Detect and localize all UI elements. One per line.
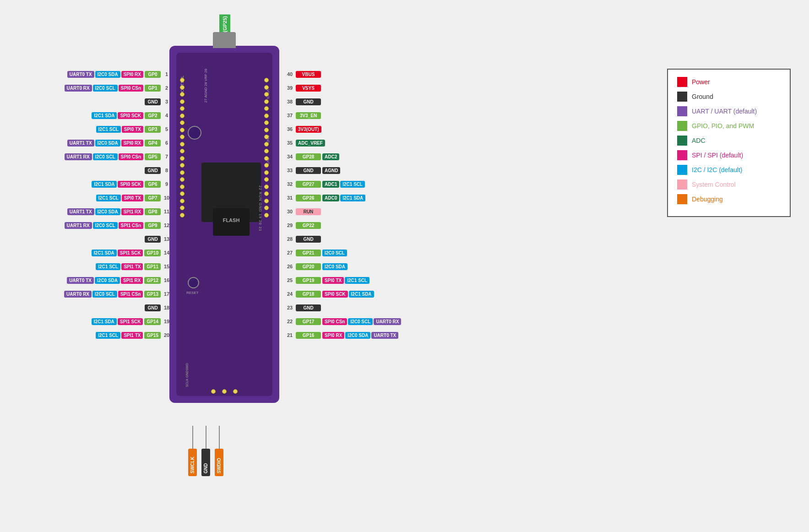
gpio-label-right-25: GP19 — [296, 277, 321, 284]
board-text-run: 22 RUN GND 19 20 21 — [258, 185, 262, 232]
pin-dots-left — [180, 78, 185, 217]
tag-uart0-rx: UART0 RX — [65, 85, 92, 92]
tag-uart1-rx: UART1 RX — [65, 153, 92, 160]
left-pin-row-20: I2C1 SCLSPI1 TXGP1520 — [9, 329, 172, 342]
gpio-label-right-35: ADC_VREF — [296, 140, 325, 147]
extra-tag2-i2c1-sda-24: I2C1 SDA — [349, 291, 374, 298]
extra-tag-adc1-32: ADC1 — [322, 181, 339, 188]
right-pins-container: 40VBUS39VSYS38GND373V3_EN363V3(OUT)35ADC… — [285, 68, 402, 342]
pin-num-right-21: 21 — [285, 332, 295, 338]
extra-tag2-i2c0-sda-26: I2C0 SDA — [322, 263, 347, 270]
pin-num-right-36: 36 — [285, 126, 295, 132]
right-pin-row-35: 35ADC_VREF — [285, 136, 402, 149]
tag-uart1-rx: UART1 RX — [65, 222, 92, 229]
left-pin-row-8: GND8 — [9, 164, 172, 177]
swdio-pin: SWDIO — [214, 426, 224, 476]
tag-i2c0-sda: I2C0 SDA — [95, 71, 120, 78]
tag-spi1-rx: SPI1 RX — [121, 208, 143, 215]
legend-color-power — [677, 77, 687, 87]
extra-tag-adc0-31: ADC0 — [322, 195, 339, 201]
legend-label-gpio: GPIO, PIO, and PWM — [692, 122, 754, 130]
pin-num-right-30: 30 — [285, 209, 295, 214]
tag-i2c1-scl: I2C1 SCL — [96, 195, 121, 201]
extra-tag2-uart0-tx-21: UART0 TX — [371, 332, 398, 339]
pin-num-right-26: 26 — [285, 264, 295, 269]
board-text-sclk: SCLK GNDSWD — [185, 363, 189, 387]
gpio-label-right-40: VBUS — [296, 71, 321, 78]
pin-num-right-35: 35 — [285, 140, 295, 146]
extra-tag2-uart0-rx-22: UART0 RX — [374, 318, 401, 325]
right-pin-row-29: 29GP22 — [285, 219, 402, 232]
legend-color-adc — [677, 136, 687, 146]
gpio-label-right-37: 3V3_EN — [296, 112, 321, 119]
tag-spi1-tx: SPI1 TX — [121, 263, 143, 270]
gpio-label-left-6: GP4 — [145, 140, 161, 147]
right-pin-row-22: 22GP17SPI0 CSnI2C0 SCLUART0 RX — [285, 315, 402, 328]
tag-spi0-sck: SPI0 SCK — [118, 112, 143, 119]
gpio-label-left-20: GP15 — [144, 332, 161, 339]
gpio-label-left-15: GP11 — [144, 263, 161, 270]
legend-item-gpio: GPIO, PIO, and PWM — [677, 121, 781, 131]
gpio-label-right-34: GP28 — [296, 153, 321, 160]
gpio-label-right-33: GND — [296, 167, 321, 174]
gpio-label-left-12: GP9 — [145, 222, 161, 229]
left-pin-row-14: I2C1 SDASPI1 SCKGP1014 — [9, 246, 172, 259]
legend-item-adc: ADC — [677, 136, 781, 146]
left-pin-row-7: UART1 RXI2C0 SCLSPI0 CSnGP57 — [9, 150, 172, 163]
reset-button[interactable] — [188, 277, 199, 288]
pin-num-right-37: 37 — [285, 113, 295, 118]
legend-color-spi — [677, 150, 687, 160]
tag-i2c1-sda: I2C1 SDA — [92, 181, 117, 188]
left-pin-row-11: UART1 TXI2C0 SDASPI1 RXGP811 — [9, 205, 172, 218]
legend-label-adc: ADC — [692, 137, 706, 144]
right-pin-row-36: 363V3(OUT) — [285, 123, 402, 136]
right-pin-row-33: 33GNDAGND — [285, 164, 402, 177]
legend-item-power: Power — [677, 77, 781, 87]
right-pin-row-39: 39VSYS — [285, 81, 402, 94]
tag-spi0-tx: SPI0 TX — [122, 126, 143, 133]
gpio-label-left-17: GP13 — [144, 291, 161, 298]
tag-spi1-sck: SPI1 SCK — [118, 250, 143, 256]
gpio-label-left-11: GP8 — [145, 208, 161, 215]
gpio-label-right-31: GP26 — [296, 195, 321, 201]
tag-i2c1-scl: I2C1 SCL — [96, 126, 121, 133]
left-pin-row-6: UART1 TXI2C0 SDASPI0 RXGP46 — [9, 136, 172, 149]
extra-tag2-i2c0-scl-22: I2C0 SCL — [348, 318, 373, 325]
gpio-label-right-27: GP21 — [296, 250, 321, 256]
left-pin-row-3: GND3 — [9, 95, 172, 108]
tag-i2c0-sda: I2C0 SDA — [95, 277, 120, 284]
tag-spi0-csn: SPI0 CSn — [119, 85, 143, 92]
tag-uart0-tx: UART0 TX — [67, 277, 94, 284]
swclk-line — [192, 426, 193, 449]
legend-label-sysctrl: System Control — [692, 181, 736, 188]
pin-num-right-34: 34 — [285, 154, 295, 159]
tag-spi1-csn: SPI1 CSn — [118, 291, 143, 298]
right-pin-row-34: 34GP28ADC2 — [285, 150, 402, 163]
extra-tag2-i2c1-scl-25: I2C1 SCL — [345, 277, 369, 284]
right-pin-row-21: 21GP16SPI0 RXI2C0 SDAUART0 TX — [285, 329, 402, 342]
gpio-label-left-19: GP14 — [144, 318, 161, 325]
extra-tag2-i2c0-sda-21: I2C0 SDA — [345, 332, 370, 339]
gpio-label-left-18: GND — [145, 304, 161, 311]
main-container: LED (GP25) BOOTSEL VSYS GND 3V3 FLASH RE… — [0, 0, 809, 532]
tag-spi1-tx: SPI1 TX — [121, 332, 143, 339]
tag-i2c1-sda: I2C1 SDA — [92, 112, 117, 119]
left-pin-row-10: I2C1 SCLSPI0 TXGP710 — [9, 191, 172, 204]
extra-tag-agnd-33: AGND — [322, 167, 340, 174]
gpio-label-right-26: GP20 — [296, 263, 321, 270]
swdio-line — [219, 426, 220, 449]
pin-num-right-23: 23 — [285, 305, 295, 310]
board-text-agnd: 27 AGND 28 VRF 28 — [204, 69, 208, 103]
tag-i2c1-scl: I2C1 SCL — [96, 263, 120, 270]
right-pin-row-23: 23GND — [285, 301, 402, 314]
gpio-label-right-28: GND — [296, 236, 321, 243]
pin-num-right-27: 27 — [285, 250, 295, 255]
right-pin-row-31: 31GP26ADC0I2C1 SDA — [285, 191, 402, 204]
bootsel-button[interactable] — [188, 126, 201, 140]
tag-i2c1-sda: I2C1 SDA — [92, 250, 117, 256]
left-pin-row-19: I2C1 SDASPI1 SCKGP1419 — [9, 315, 172, 328]
tag-spi0-sck: SPI0 SCK — [118, 181, 143, 188]
tag-spi0-tx: SPI0 TX — [122, 195, 143, 201]
tag-spi1-csn: SPI1 CSn — [119, 222, 143, 229]
left-pins-container: UART0 TXI2C0 SDASPI0 RXGP01UART0 RXI2C0 … — [9, 68, 172, 342]
